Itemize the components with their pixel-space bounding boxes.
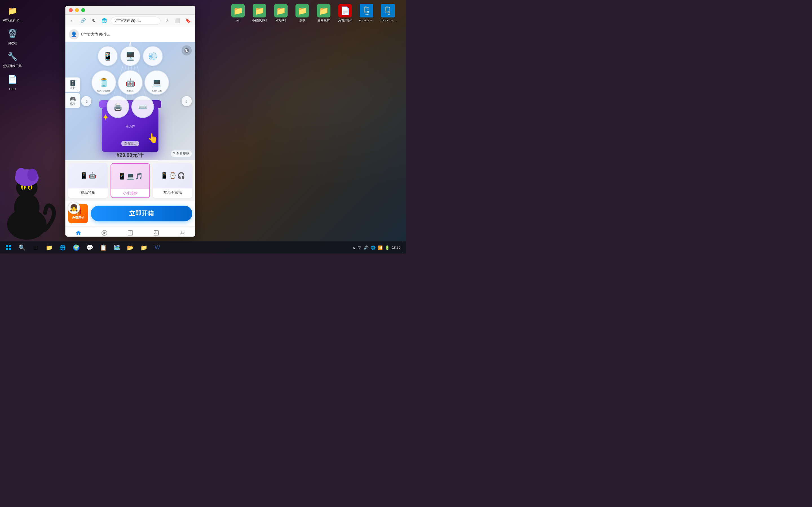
nav-tab-home[interactable]: 首页 [71,228,86,237]
category-img-deals: 📱 🤖 [68,163,108,188]
left-nav: 🗄️ 盲柜 🎮 玩法 [65,77,80,108]
files-icon: 📂 [126,244,134,251]
nav-tab-mine[interactable]: 我的 [175,228,189,237]
desktop-icon-images[interactable]: 📁 图片素材 [313,3,334,23]
product-circle-0[interactable]: 📱 [98,46,118,66]
look-treasure-text[interactable]: 查看宝贝 [121,141,139,146]
product-label-1: 扫地机 [118,90,142,93]
product-label-2: OS笔记本 [145,90,168,93]
windows-icon [6,245,11,250]
hbu-label: HBU [9,87,15,91]
floating-assistant-button[interactable]: 👧 [68,202,80,214]
start-button[interactable] [2,242,15,253]
user-icon [179,230,185,236]
taskbar-edge[interactable]: 🌐 [56,242,69,253]
nav-tab-recommend[interactable]: 推荐 [97,228,111,237]
mid-products: 🖨️ ⌨️ [107,96,154,118]
desktop-icon-bookmarks[interactable]: 📁 录事 [292,3,312,23]
speaker-icon[interactable]: 🔊 [363,245,369,250]
product-circle-2[interactable]: 💨 [143,46,163,66]
prod-circ-1[interactable]: ⌨️ [132,96,154,118]
nav-tab-picture[interactable]: 晒图 [149,228,163,237]
share-button[interactable]: ↗ [163,17,171,25]
show-desktop-button[interactable] [402,242,404,253]
cabinet-icon-svg [127,230,133,236]
desktop-icon-wifi[interactable]: 📁 wifi [228,3,248,23]
svg-rect-29 [6,248,8,250]
taskbar-files[interactable]: 📂 [124,242,137,253]
app2-icon: 🗺️ [113,244,121,251]
tray-up-icon[interactable]: ∧ [352,245,356,250]
globe-button[interactable]: 🌐 [100,17,109,25]
prev-arrow-button[interactable]: ‹ [81,96,91,106]
picture-icon [153,230,159,236]
tool-label: 堡塔远程工具 [3,64,22,68]
desktop-icon-programs[interactable]: 📁 小程序源码 [249,3,269,23]
deals-icon1: 📱 [80,172,88,179]
prod-circ-0[interactable]: 🖨️ [107,96,129,118]
network-icon[interactable]: 🌐 [370,245,376,250]
wechat-icon: 💬 [86,244,94,251]
desktop-icon-disclaimer[interactable]: 📄 免责声明0 [335,3,355,23]
picture-tab-icon [153,229,160,237]
mute-button[interactable] [182,45,192,55]
battery-icon[interactable]: 🔋 [384,245,390,250]
desktop-icon-tool[interactable]: 🔧 堡塔远程工具 [2,48,22,69]
taskbar-word[interactable]: W [151,242,163,253]
desktop-bg-overlay [0,0,406,253]
desktop-icon-hbu[interactable]: 📄 HBU [2,71,22,92]
taskbar-folder2[interactable]: 📁 [138,242,150,253]
desktop-icon-hs[interactable]: 📁 HS源码 [271,3,291,23]
app-header: 👤 t.***官方内购(小... [65,27,195,42]
wifi-icon[interactable]: 📶 [377,245,383,250]
open-box-button[interactable]: 立即开箱 [91,206,192,221]
taskbar-app2[interactable]: 🗺️ [110,242,123,253]
desktop-icon-recycle[interactable]: 🗑️ 回收站 [2,25,22,46]
taskbar: 🔍 ⊟ 📁 🌐 🌍 💬 📋 🗺️ [0,241,406,253]
add-button[interactable]: ⬜ [173,17,182,25]
left-nav-play[interactable]: 🎮 玩法 [65,93,80,108]
programs-icon: 📁 [253,4,266,17]
apple-icon3: 🎧 [177,172,185,179]
product-circle-mid-2[interactable]: 💻 OS笔记本 [144,70,169,95]
main-banner: 📱 🖥️ 💨 🫙 ToF 精准避障 🤖 扫地机 [65,42,195,160]
taskbar-right: ∧ 🛡 🔊 🌐 📶 🔋 18:26 [352,242,404,253]
hs-icon: 📁 [274,4,288,17]
nav-tab-cabinet[interactable]: 盲柜 [123,228,137,237]
taskbar-wechat[interactable]: 💬 [84,242,96,253]
images-label: 图片素材 [317,18,330,22]
mute-icon [184,48,190,53]
desktop-icon-xccvv1[interactable]: 🗜️ xccvv_cn... [356,3,377,23]
minimize-button[interactable]: − [75,8,79,12]
taskbar-task-view[interactable]: ⊟ [29,242,42,253]
refresh-button[interactable]: ↻ [89,17,98,25]
taskbar-time[interactable]: 18:26 [392,245,400,249]
left-nav-cabinet[interactable]: 🗄️ 盲柜 [65,77,80,92]
category-img-xiaomi: 📱 💻 🎵 [111,164,149,189]
back-button[interactable]: ← [68,17,77,25]
desktop-icon-xccvv2[interactable]: 🗜️ xccvv_cn... [378,3,398,23]
desktop-icon-folder-2022[interactable]: 📁 2022最新WiFi大师小... [2,3,22,23]
category-card-apple[interactable]: 📱 ⌚ 🎧 苹果全家福 [153,163,192,198]
product-circle-1[interactable]: 🖥️ [120,46,140,66]
category-card-xiaomi[interactable]: 📱 💻 🎵 小米爆款 [110,163,150,198]
product-circle-mid-0[interactable]: 🫙 ToF 精准避障 [91,70,116,95]
bookmark-button[interactable]: 🔖 [184,17,192,25]
shield-icon[interactable]: 🛡 [357,245,362,250]
taskbar-app1[interactable]: 📋 [97,242,109,253]
browser-content[interactable]: 👤 t.***官方内购(小... [65,27,195,237]
close-button[interactable]: ✕ [69,8,73,12]
taskbar-browser2[interactable]: 🌍 [70,242,82,253]
taskbar-explorer[interactable]: 📁 [43,242,55,253]
category-card-deals[interactable]: 📱 🤖 精品特价 [68,163,108,198]
taskbar-search[interactable]: 🔍 [16,242,28,253]
app-container: 👤 t.***官方内购(小... [65,27,195,237]
next-arrow-button[interactable]: › [182,96,192,106]
play-nav-label: 玩法 [70,102,75,106]
product-circle-mid-1[interactable]: 🤖 扫地机 [118,70,143,95]
rules-link[interactable]: ? 查看规则 [171,151,192,157]
address-bar[interactable] [111,17,160,25]
programs-label: 小程序源码 [252,18,267,22]
link-button[interactable]: 🔗 [79,17,87,25]
maximize-button[interactable]: + [81,8,85,12]
